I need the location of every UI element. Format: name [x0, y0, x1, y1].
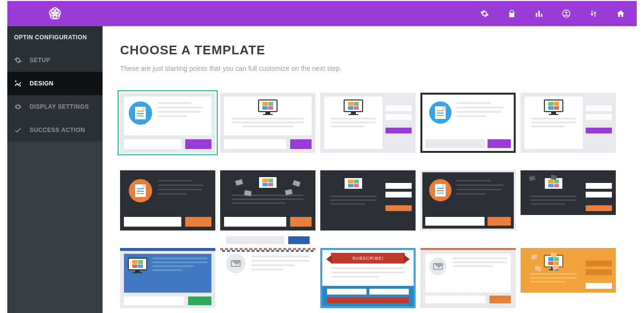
monitor-icon	[258, 176, 278, 192]
sidebar-item-setup[interactable]: SETUP	[7, 49, 103, 72]
account-icon[interactable]	[562, 9, 571, 18]
template-card[interactable]	[220, 248, 315, 308]
sidebar-item-label: SETUP	[30, 57, 51, 64]
envelope-icon	[429, 258, 447, 275]
sidebar-item-display-settings[interactable]: DISPLAY SETTINGS	[7, 95, 103, 118]
check-icon	[14, 126, 22, 134]
template-card[interactable]	[420, 170, 516, 231]
topbar-icons	[480, 9, 625, 18]
monitor-icon	[544, 99, 563, 115]
page-subtitle: These are just starting points that you …	[120, 65, 619, 72]
template-card[interactable]	[521, 170, 616, 231]
document-icon	[129, 179, 152, 202]
sidebar-item-design[interactable]: DESIGN	[7, 72, 103, 95]
envelope-icon	[550, 252, 557, 258]
svg-rect-6	[539, 11, 540, 17]
topbar	[7, 1, 637, 26]
envelope-icon	[293, 180, 300, 187]
analytics-icon[interactable]	[535, 9, 543, 18]
monitor-icon	[344, 99, 363, 115]
monitor-icon	[128, 258, 147, 289]
template-card[interactable]	[521, 93, 616, 153]
main-content: CHOOSE A TEMPLATE These are just startin…	[103, 26, 637, 313]
template-card[interactable]	[420, 93, 516, 153]
template-card[interactable]: SUBSCRIBE!	[320, 248, 416, 308]
svg-point-0	[52, 8, 58, 15]
document-icon	[429, 101, 452, 124]
template-card[interactable]	[220, 93, 315, 153]
sidebar-item-label: DESIGN	[30, 80, 53, 87]
design-icon	[14, 80, 22, 87]
home-icon[interactable]	[616, 9, 625, 18]
template-card[interactable]	[320, 170, 416, 231]
envelope-icon	[226, 254, 245, 273]
template-grid: SUBSCRIBE!	[120, 93, 619, 308]
document-icon	[429, 179, 452, 201]
envelope-icon	[531, 254, 538, 260]
import-export-icon[interactable]	[589, 9, 598, 18]
template-card[interactable]	[420, 248, 516, 308]
bloom-logo-icon	[47, 5, 63, 22]
svg-point-9	[565, 12, 568, 14]
lock-icon[interactable]	[507, 9, 516, 18]
monitor-icon	[258, 99, 278, 115]
monitor-icon	[344, 177, 363, 193]
sidebar: OPTIN CONFIGURATION SETUP DESIGN DISPLAY…	[7, 26, 103, 313]
envelope-icon	[235, 179, 243, 185]
gear-icon	[14, 56, 22, 64]
ribbon-label: SUBSCRIBE!	[331, 253, 405, 264]
template-card[interactable]	[120, 248, 215, 308]
envelope-icon	[535, 266, 541, 271]
envelope-icon	[529, 176, 536, 181]
sidebar-section-title: OPTIN CONFIGURATION	[7, 26, 103, 49]
template-card[interactable]	[120, 93, 215, 153]
sidebar-item-label: DISPLAY SETTINGS	[30, 103, 89, 110]
svg-rect-7	[541, 14, 542, 17]
template-card[interactable]	[320, 93, 416, 153]
sidebar-item-label: SUCCESS ACTION	[30, 127, 85, 133]
page-title: CHOOSE A TEMPLATE	[120, 43, 619, 58]
svg-rect-5	[536, 13, 537, 17]
template-card[interactable]	[120, 170, 215, 231]
template-card[interactable]	[220, 170, 315, 231]
document-icon	[129, 101, 152, 125]
eye-icon	[14, 103, 22, 111]
settings-icon[interactable]	[480, 9, 489, 18]
brand-logo[interactable]	[7, 1, 103, 26]
sidebar-item-success-action[interactable]: SUCCESS ACTION	[7, 118, 103, 142]
template-card[interactable]	[521, 248, 616, 308]
